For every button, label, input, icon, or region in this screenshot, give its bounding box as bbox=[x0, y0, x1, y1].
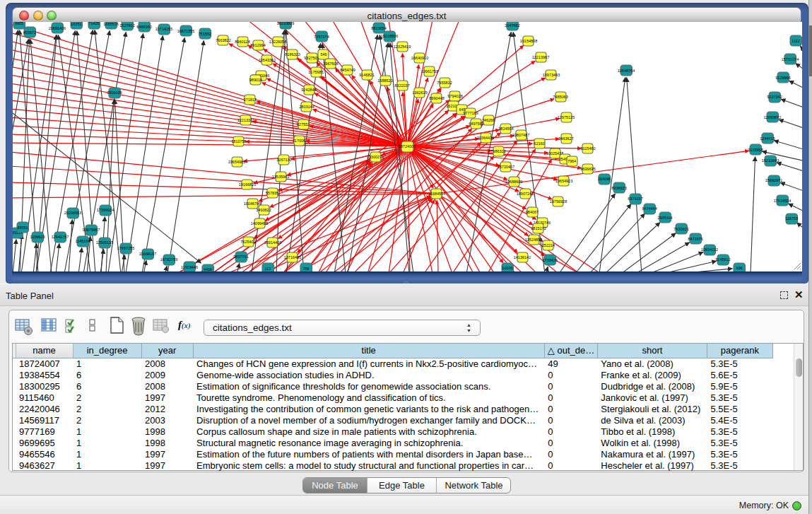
svg-text:7357274: 7357274 bbox=[314, 35, 329, 39]
svg-text:10154808: 10154808 bbox=[520, 39, 537, 43]
svg-text:7986322: 7986322 bbox=[490, 149, 505, 153]
svg-text:17957255: 17957255 bbox=[117, 246, 134, 250]
svg-text:10719155: 10719155 bbox=[155, 27, 172, 31]
svg-text:35051: 35051 bbox=[17, 226, 28, 230]
svg-text:116753: 116753 bbox=[785, 216, 798, 221]
svg-text:3215958: 3215958 bbox=[748, 148, 763, 152]
svg-text:19166825: 19166825 bbox=[239, 182, 256, 187]
svg-text:17359924: 17359924 bbox=[97, 208, 114, 212]
svg-text:10961758: 10961758 bbox=[421, 69, 438, 74]
svg-text:14136141: 14136141 bbox=[514, 255, 531, 259]
svg-text:8471676: 8471676 bbox=[688, 237, 702, 241]
svg-text:13654923: 13654923 bbox=[555, 179, 572, 183]
svg-text:252214: 252214 bbox=[542, 243, 555, 247]
svg-text:20364436: 20364436 bbox=[477, 136, 494, 140]
svg-text:6466160: 6466160 bbox=[136, 25, 151, 29]
svg-text:1145194: 1145194 bbox=[75, 239, 90, 243]
svg-text:8990448: 8990448 bbox=[429, 96, 444, 100]
svg-text:2905336: 2905336 bbox=[107, 90, 122, 95]
svg-text:7955812: 7955812 bbox=[437, 81, 452, 85]
svg-text:936: 936 bbox=[736, 266, 742, 270]
svg-text:12213967: 12213967 bbox=[532, 55, 549, 59]
svg-text:3824554: 3824554 bbox=[498, 127, 513, 131]
svg-text:16671355: 16671355 bbox=[177, 29, 194, 33]
svg-text:9857791: 9857791 bbox=[233, 255, 248, 259]
svg-text:16640910: 16640910 bbox=[411, 56, 428, 60]
svg-text:1733426: 1733426 bbox=[542, 258, 557, 262]
svg-text:9227342: 9227342 bbox=[767, 95, 782, 99]
svg-text:18907249: 18907249 bbox=[517, 192, 534, 196]
svg-text:10807487: 10807487 bbox=[512, 133, 529, 137]
svg-text:12325419: 12325419 bbox=[394, 45, 411, 49]
svg-text:217006: 217006 bbox=[293, 139, 305, 143]
svg-text:4456: 4456 bbox=[204, 267, 212, 271]
svg-text:8186323: 8186323 bbox=[285, 52, 300, 57]
svg-text:112: 112 bbox=[265, 267, 271, 271]
svg-text:164095: 164095 bbox=[598, 177, 611, 181]
svg-text:10654112: 10654112 bbox=[701, 247, 718, 252]
svg-text:546: 546 bbox=[320, 52, 326, 57]
svg-text:8454749: 8454749 bbox=[340, 68, 355, 72]
svg-text:7964: 7964 bbox=[567, 159, 576, 163]
svg-text:7625402: 7625402 bbox=[240, 240, 255, 244]
svg-text:17016504: 17016504 bbox=[774, 199, 791, 203]
svg-text:3267130: 3267130 bbox=[276, 158, 291, 162]
svg-text:15751074: 15751074 bbox=[782, 57, 799, 62]
svg-text:11923446: 11923446 bbox=[181, 265, 198, 269]
svg-text:1112: 1112 bbox=[792, 39, 799, 43]
svg-text:9115460: 9115460 bbox=[580, 146, 595, 151]
svg-text:10973493: 10973493 bbox=[543, 73, 560, 77]
svg-text:20206553: 20206553 bbox=[64, 211, 81, 215]
svg-text:271817: 271817 bbox=[244, 98, 257, 102]
svg-text:14099485: 14099485 bbox=[251, 221, 268, 226]
svg-text:2967608: 2967608 bbox=[323, 62, 338, 66]
svg-text:9474444: 9474444 bbox=[642, 206, 657, 211]
svg-text:12213331: 12213331 bbox=[237, 118, 254, 122]
svg-text:15720407: 15720407 bbox=[498, 165, 514, 169]
svg-text:8938923: 8938923 bbox=[611, 186, 626, 190]
svg-text:10648764: 10648764 bbox=[618, 69, 635, 73]
svg-text:10688609: 10688609 bbox=[505, 180, 522, 184]
svg-text:12975125: 12975125 bbox=[558, 115, 575, 119]
svg-text:13524851: 13524851 bbox=[525, 238, 542, 242]
svg-text:16782759: 16782759 bbox=[160, 257, 177, 262]
svg-text:93975867: 93975867 bbox=[83, 228, 100, 232]
svg-text:12942757: 12942757 bbox=[52, 235, 69, 239]
svg-text:9242848: 9242848 bbox=[301, 88, 316, 92]
svg-text:12093872: 12093872 bbox=[764, 115, 781, 119]
svg-text:19756928: 19756928 bbox=[550, 199, 567, 204]
svg-text:1527602: 1527602 bbox=[119, 23, 134, 28]
svg-text:7485063: 7485063 bbox=[553, 95, 567, 99]
svg-text:1588520: 1588520 bbox=[377, 78, 392, 83]
svg-text:13716485: 13716485 bbox=[284, 255, 301, 259]
svg-text:19384554: 19384554 bbox=[428, 192, 445, 196]
svg-text:13226058: 13226058 bbox=[269, 40, 286, 44]
svg-text:13535941: 13535941 bbox=[272, 175, 289, 179]
svg-text:16210643: 16210643 bbox=[762, 158, 779, 163]
svg-text:10543362: 10543362 bbox=[259, 58, 276, 62]
svg-text:1156829: 1156829 bbox=[30, 235, 45, 239]
svg-text:8813054: 8813054 bbox=[371, 26, 386, 30]
svg-text:8960124: 8960124 bbox=[235, 40, 249, 44]
svg-text:71425: 71425 bbox=[88, 22, 99, 25]
svg-text:984067: 984067 bbox=[526, 210, 539, 214]
svg-text:19300275: 19300275 bbox=[367, 155, 384, 159]
svg-text:10036: 10036 bbox=[502, 266, 512, 270]
svg-text:7632621: 7632621 bbox=[673, 227, 688, 231]
svg-text:7663822: 7663822 bbox=[216, 38, 230, 42]
svg-text:10046766: 10046766 bbox=[244, 201, 261, 206]
svg-text:16251: 16251 bbox=[71, 22, 81, 26]
svg-text:2935114: 2935114 bbox=[657, 216, 672, 220]
svg-text:9146821: 9146821 bbox=[359, 73, 374, 77]
svg-text:9905: 9905 bbox=[15, 22, 23, 25]
svg-text:9327506: 9327506 bbox=[304, 56, 319, 60]
svg-text:9245612: 9245612 bbox=[715, 257, 730, 262]
svg-text:62160: 62160 bbox=[534, 141, 544, 146]
svg-text:405572: 405572 bbox=[23, 30, 36, 35]
svg-text:15692971: 15692971 bbox=[765, 178, 782, 182]
svg-text:2047682: 2047682 bbox=[505, 23, 519, 28]
svg-text:1815172: 1815172 bbox=[531, 226, 546, 230]
svg-text:9463627: 9463627 bbox=[558, 136, 573, 141]
svg-text:19654985: 19654985 bbox=[228, 160, 245, 164]
svg-text:9129966: 9129966 bbox=[775, 76, 790, 80]
